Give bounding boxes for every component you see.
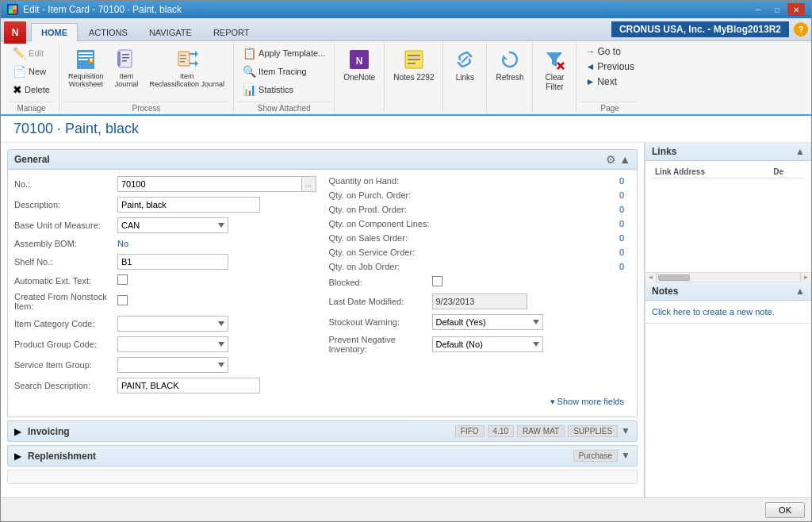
stockout-warning-select[interactable]: Default (Yes)	[432, 314, 543, 330]
assembly-bom-field: No	[117, 238, 316, 249]
collapse-icon[interactable]: ▲	[619, 153, 630, 166]
item-journal-button[interactable]: ItemJournal	[109, 44, 144, 91]
qty-service-row: Qty. on Service Order: 0	[329, 248, 631, 257]
blocked-checkbox[interactable]	[432, 276, 442, 286]
app-menu-button[interactable]: N	[4, 21, 26, 44]
svg-rect-1	[13, 6, 17, 10]
qty-sales-value: 0	[432, 233, 625, 243]
refresh-button[interactable]: Refresh	[492, 44, 527, 85]
tab-navigate[interactable]: NAVIGATE	[139, 23, 202, 41]
service-item-select[interactable]	[117, 357, 228, 373]
previous-button[interactable]: ◄ Previous	[581, 59, 638, 74]
onenote-button[interactable]: N OneNote	[339, 44, 379, 85]
qty-prod-label: Qty. on Prod. Order:	[329, 205, 432, 214]
invoicing-badge-1: 4.10	[488, 425, 514, 437]
process-items: RequisitionWorksheet ItemJournal ItemRec…	[64, 43, 228, 100]
next-button[interactable]: ► Next	[581, 75, 621, 89]
invoicing-chevron: ▼	[621, 425, 630, 437]
notes-side-section-header[interactable]: Notes ▲	[645, 282, 811, 301]
invoicing-section-bar[interactable]: ▶ Invoicing FIFO 4.10 RAW MAT SUPPLIES ▼	[7, 420, 638, 442]
base-uom-select[interactable]: CAN	[117, 217, 228, 233]
item-tracing-button[interactable]: 🔍 Item Tracing	[239, 63, 311, 80]
statistics-button[interactable]: 📊 Statistics	[239, 81, 297, 98]
delete-label: Delete	[25, 85, 50, 94]
replenishment-badges: Purchase ▼	[573, 450, 630, 462]
nonstock-checkbox[interactable]	[117, 295, 128, 305]
no-browse-button[interactable]: …	[302, 176, 316, 192]
next-label: Next	[597, 76, 617, 87]
gear-icon[interactable]: ⚙	[606, 153, 616, 166]
tab-actions[interactable]: ACTIONS	[79, 23, 138, 41]
minimize-button[interactable]: ─	[749, 3, 767, 16]
apply-template-button[interactable]: 📋 Apply Template...	[239, 44, 329, 62]
refresh-label: Refresh	[496, 73, 523, 83]
statistics-icon: 📊	[243, 83, 256, 96]
description-input[interactable]	[117, 197, 260, 213]
tab-home[interactable]: HOME	[31, 23, 78, 41]
scroll-left-btn[interactable]: ◄	[645, 273, 657, 282]
clear-filter-button[interactable]: ClearFilter	[538, 44, 571, 94]
replenishment-section-bar[interactable]: ▶ Replenishment Purchase ▼	[7, 445, 638, 466]
auto-ext-text-label: Automatic Ext. Text:	[14, 276, 117, 286]
svg-text:N: N	[356, 56, 363, 67]
notes-group: Notes 2292 x	[385, 43, 443, 113]
general-section-header[interactable]: General ⚙ ▲	[8, 150, 637, 170]
show-attached-label: Show Attached	[239, 102, 329, 113]
manage-items: ✏️ Edit 📄 New ✖ Delete	[9, 43, 54, 100]
qty-comp-value: 0	[432, 219, 625, 228]
qty-on-hand-field: 0	[432, 176, 631, 186]
prevent-neg-select[interactable]: Default (No)	[432, 336, 543, 352]
auto-ext-text-checkbox[interactable]	[117, 274, 128, 285]
links-table: Link Address De	[652, 166, 805, 178]
service-item-field-row: Service Item Group:	[14, 357, 316, 373]
company-name: CRONUS USA, Inc. - MyBlog2013R2	[619, 24, 781, 35]
stockout-warning-label: Stockout Warning:	[329, 317, 432, 327]
clear-filter-items: ClearFilter	[538, 43, 571, 100]
product-group-select[interactable]	[117, 336, 228, 352]
onenote-group: N OneNote x	[335, 43, 385, 113]
qty-sales-row: Qty. on Sales Order: 0	[329, 233, 631, 243]
scroll-right-btn[interactable]: ►	[800, 273, 811, 282]
assembly-bom-link[interactable]: No	[117, 239, 128, 248]
auto-ext-text-field-row: Automatic Ext. Text:	[14, 274, 316, 287]
close-button[interactable]: ✕	[787, 3, 805, 16]
help-button[interactable]: ?	[794, 22, 808, 36]
links-section-body: Link Address De	[645, 161, 811, 272]
no-field: …	[117, 176, 316, 192]
links-section-header[interactable]: Links ▲	[645, 143, 811, 161]
links-button[interactable]: Links	[448, 44, 481, 85]
search-desc-input[interactable]	[117, 378, 260, 393]
goto-button[interactable]: → Go to	[581, 44, 624, 59]
delete-button[interactable]: ✖ Delete	[9, 81, 54, 98]
item-cat-select[interactable]	[117, 316, 228, 332]
edit-button[interactable]: ✏️ Edit	[9, 44, 48, 62]
no-field-row: No.: …	[14, 176, 316, 192]
item-reclassification-button[interactable]: ItemReclassification Journal	[146, 44, 229, 91]
apply-template-icon: 📋	[243, 47, 256, 59]
invoicing-badge-2: RAW MAT	[517, 425, 565, 437]
shelf-no-input[interactable]	[117, 254, 228, 270]
links-icon	[452, 47, 477, 72]
maximize-button[interactable]: □	[768, 3, 786, 16]
qty-on-hand-value: 0	[432, 176, 625, 186]
svg-rect-19	[180, 61, 185, 63]
ok-button[interactable]: OK	[765, 502, 805, 518]
create-note-link[interactable]: Click here to create a new note.	[652, 305, 805, 318]
last-date-input	[432, 294, 527, 309]
tab-report[interactable]: REPORT	[203, 23, 260, 41]
item-cat-field	[117, 316, 316, 332]
requisition-worksheet-button[interactable]: RequisitionWorksheet	[64, 44, 108, 91]
show-more-fields[interactable]: ▾ Show more fields	[14, 393, 630, 410]
new-button[interactable]: 📄 New	[9, 63, 50, 80]
invoicing-bar-left: ▶ Invoicing	[14, 426, 70, 437]
stockout-warning-row: Stockout Warning: Default (Yes)	[329, 314, 631, 330]
invoicing-title: Invoicing	[28, 426, 70, 437]
links-section: Links ▲ Link Address De	[645, 143, 811, 282]
replenishment-title: Replenishment	[28, 451, 96, 462]
general-form-grid: No.: … Description:	[14, 176, 630, 393]
replenishment-chevron: ▼	[621, 450, 630, 462]
svg-rect-13	[122, 54, 129, 56]
notes-button[interactable]: Notes 2292	[389, 44, 438, 85]
prevent-neg-label: Prevent Negative Inventory:	[329, 335, 432, 354]
no-input[interactable]	[117, 176, 302, 192]
